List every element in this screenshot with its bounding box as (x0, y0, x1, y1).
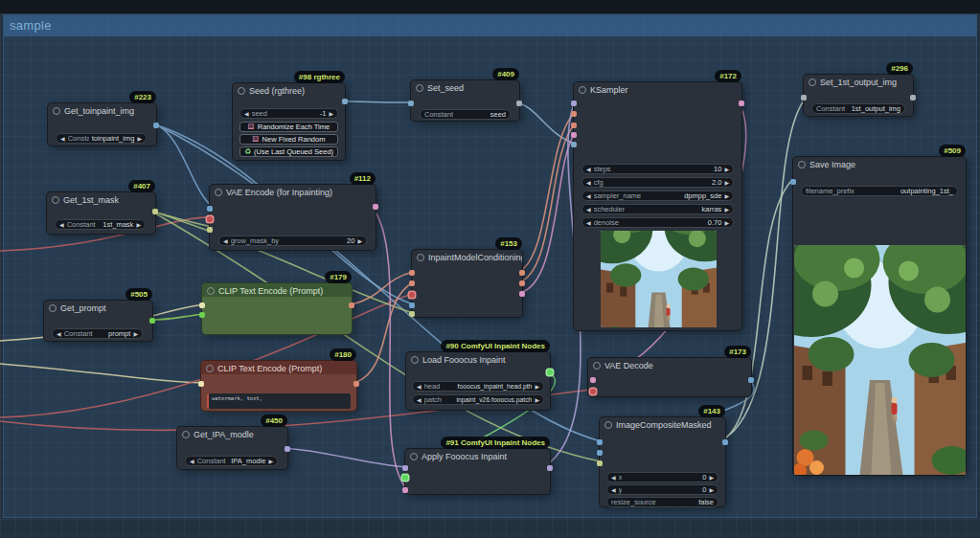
port-input-latent[interactable] (402, 487, 408, 493)
node-title-bar[interactable]: KSampler (574, 82, 741, 96)
node-title-bar[interactable]: Seed (rgthree) (233, 83, 345, 97)
arrow-right-icon[interactable]: ▶ (136, 222, 141, 228)
arrow-right-icon[interactable]: ▶ (709, 487, 714, 493)
widget-cfg[interactable]: ◀ cfg 2.0 ▶ (581, 177, 734, 188)
port-input-latent-image[interactable] (571, 132, 577, 138)
port-output-mask[interactable] (152, 209, 158, 214)
widget-seed[interactable]: ◀ seed -1 ▶ (239, 108, 338, 119)
port-input-seed[interactable] (571, 142, 577, 147)
port-output-conditioning[interactable] (353, 381, 359, 387)
arrow-right-icon[interactable]: ▶ (357, 238, 362, 244)
widget-constant[interactable]: ◀ Constant toinpaint_img ▶ (56, 133, 147, 144)
port-input-pixels[interactable] (409, 303, 415, 308)
node-title-bar[interactable]: Load Fooocus Inpaint (406, 352, 550, 366)
arrow-left-icon[interactable]: ◀ (60, 136, 65, 142)
arrow-left-icon[interactable]: ◀ (244, 111, 249, 117)
node-title-bar[interactable]: Get_toinpaint_img (48, 103, 156, 117)
node-get-1st-mask[interactable]: #407 Get_1st_mask ◀ Constant 1st_mask ▶ (46, 191, 156, 235)
port-output-model[interactable] (547, 465, 553, 471)
port-input-mask[interactable] (409, 311, 415, 317)
port-input-pixels[interactable] (207, 206, 213, 212)
arrow-right-icon[interactable]: ▶ (709, 475, 714, 481)
collapse-icon[interactable] (604, 421, 612, 429)
node-ksampler[interactable]: #172 KSampler ◀ steps 10 ▶ ◀ cfg 2.0 ▶ ◀… (573, 81, 742, 331)
port-output-negative[interactable] (519, 280, 525, 286)
node-title-bar[interactable]: Get_prompt (44, 301, 152, 314)
port-input-source[interactable] (597, 450, 603, 456)
arrow-right-icon[interactable]: ▶ (724, 180, 729, 186)
collapse-icon[interactable] (809, 78, 816, 86)
node-title-bar[interactable]: VAE Encode (for Inpainting) (210, 185, 376, 198)
port-input-image[interactable] (801, 95, 807, 101)
port-output-positive[interactable] (519, 270, 525, 276)
arrow-left-icon[interactable]: ◀ (57, 331, 61, 337)
collapse-icon[interactable] (215, 189, 222, 196)
node-clip-text-encode-negative[interactable]: #180 CLIP Text Encode (Prompt) watermark… (200, 360, 357, 412)
widget-patch[interactable]: ◀ patch inpaint_v26.fooocus.patch ▶ (412, 394, 544, 405)
arrow-left-icon[interactable]: ◀ (417, 384, 422, 390)
port-input-negative[interactable] (409, 280, 415, 286)
port-input-destination[interactable] (597, 439, 603, 445)
arrow-left-icon[interactable]: ◀ (586, 207, 591, 213)
widget-constant[interactable]: ◀ Constant IPA_modle ▶ (185, 456, 278, 466)
port-output-latent[interactable] (519, 291, 525, 297)
node-title-bar[interactable]: ImageCompositeMasked (600, 417, 725, 431)
node-title-bar[interactable]: InpaintModelConditioning (412, 250, 522, 263)
node-title-bar[interactable]: CLIP Text Encode (Prompt) (202, 283, 352, 297)
node-get-toinpaint-img[interactable]: #223 Get_toinpaint_img ◀ Constant toinpa… (47, 102, 157, 146)
arrow-left-icon[interactable]: ◀ (586, 193, 591, 199)
widget-constant[interactable]: ◀ Constant 1st_mask ▶ (55, 219, 146, 230)
port-input-patch[interactable] (402, 475, 408, 481)
node-set-1st-output-img[interactable]: #296 Set_1st_output_img Constant 1st_out… (803, 74, 914, 117)
arrow-right-icon[interactable]: ▶ (535, 384, 539, 390)
arrow-right-icon[interactable]: ▶ (724, 167, 729, 172)
widget-filename-prefix[interactable]: filename_prefix outpainting_1st_ (801, 186, 958, 196)
node-get-ipa-modle[interactable]: #450 Get_IPA_modle ◀ Constant IPA_modle … (176, 426, 288, 470)
widget-steps[interactable]: ◀ steps 10 ▶ (581, 164, 734, 174)
port-output-string[interactable] (149, 318, 155, 324)
widget-denoise[interactable]: ◀ denoise 0.70 ▶ (581, 217, 734, 228)
port-input-model[interactable] (571, 101, 577, 106)
port-input-positive[interactable] (409, 270, 415, 276)
collapse-icon[interactable] (410, 453, 418, 460)
port-input-text[interactable] (199, 312, 205, 318)
widget-constant[interactable]: Constant seed (420, 109, 511, 120)
port-output-seed[interactable] (342, 99, 348, 104)
widget-x[interactable]: ◀ x 0 ▶ (606, 472, 718, 482)
node-set-seed[interactable]: #409 Set_seed Constant seed (410, 79, 520, 122)
port-input-mask[interactable] (597, 460, 603, 466)
arrow-left-icon[interactable]: ◀ (586, 167, 591, 172)
node-title-bar[interactable]: Get_IPA_modle (177, 427, 287, 440)
port-output[interactable] (516, 101, 522, 106)
arrow-left-icon[interactable]: ◀ (190, 459, 194, 464)
arrow-right-icon[interactable]: ▶ (329, 111, 333, 117)
collapse-icon[interactable] (593, 362, 601, 370)
node-get-prompt[interactable]: #505 Get_prompt ◀ Constant prompt ▶ (43, 300, 153, 342)
node-title-bar[interactable]: CLIP Text Encode (Prompt) (201, 361, 356, 374)
port-input-model[interactable] (402, 465, 408, 471)
port-output-conditioning[interactable] (349, 303, 354, 308)
node-vae-encode-inpainting[interactable]: #112 VAE Encode (for Inpainting) ◀ grow_… (209, 184, 376, 251)
node-image-composite-masked[interactable]: #143 ImageCompositeMasked ◀ x 0 ▶ ◀ y 0 … (599, 416, 726, 507)
widget-sampler-name[interactable]: ◀ sampler_name dpmpp_sde ▶ (581, 191, 734, 201)
port-input-images[interactable] (790, 179, 796, 185)
port-input-positive[interactable] (571, 111, 577, 117)
port-output[interactable] (910, 95, 916, 101)
port-input-vae[interactable] (590, 389, 596, 394)
arrow-right-icon[interactable]: ▶ (724, 220, 729, 226)
widget-resize-source[interactable]: resize_source false (606, 497, 718, 507)
port-input-samples[interactable] (590, 377, 596, 383)
node-inpaint-model-conditioning[interactable]: #153 InpaintModelConditioning (411, 249, 523, 318)
port-input-vae[interactable] (207, 216, 213, 222)
port-output-inpaint-patch[interactable] (547, 370, 553, 375)
arrow-right-icon[interactable]: ▶ (268, 459, 273, 464)
new-fixed-random-button[interactable]: ⚄ New Fixed Random (239, 134, 338, 145)
port-input-negative[interactable] (571, 123, 577, 128)
node-title-bar[interactable]: VAE Decode (588, 358, 751, 371)
node-save-image[interactable]: #509 Save Image filename_prefix outpaint… (792, 156, 967, 476)
port-input-mask[interactable] (207, 227, 213, 233)
collapse-icon[interactable] (53, 107, 60, 115)
widget-head[interactable]: ◀ head fooocus_inpaint_head.pth ▶ (412, 381, 544, 392)
port-output-model[interactable] (285, 446, 290, 452)
group-title[interactable]: sample (4, 15, 976, 36)
